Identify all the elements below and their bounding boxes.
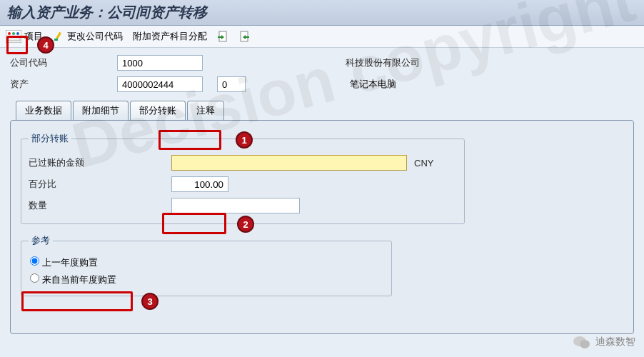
toolbar: 项目 更改公司代码 附加资产科目分配: [0, 26, 644, 48]
multi-asset-label: 项目: [24, 30, 43, 43]
posted-amount-label: 已过账的金额: [29, 156, 171, 169]
asset-subnumber-input[interactable]: [217, 76, 246, 92]
company-name-text: 科技股份有限公司: [346, 56, 634, 69]
ref-current-year-label: 来自当前年度购置: [42, 274, 116, 285]
percent-input[interactable]: [171, 176, 228, 192]
posted-amount-input[interactable]: [171, 155, 407, 171]
multi-asset-icon: [6, 30, 21, 43]
doc-export-icon: [238, 31, 250, 43]
change-company-label: 更改公司代码: [67, 30, 123, 43]
header-fields: 公司代码 科技股份有限公司 资产 笔记本电脑: [0, 48, 644, 101]
asset-desc-text: 笔记本电脑: [346, 78, 634, 91]
svg-rect-6: [54, 39, 58, 41]
multi-asset-button[interactable]: 项目: [6, 30, 43, 43]
ref-prev-year-label: 上一年度购置: [42, 257, 98, 268]
window-title: 输入资产业务：公司间资产转移: [0, 0, 644, 26]
pencil-icon: [53, 31, 64, 43]
tab-panel-partial-transfer: 部分转账 已过账的金额 CNY 百分比 数量 参考 上: [10, 120, 634, 334]
footer-brand-text: 迪森数智: [595, 336, 635, 348]
svg-rect-5: [56, 32, 61, 39]
company-code-input[interactable]: [117, 55, 203, 71]
asset-label: 资产: [10, 78, 117, 91]
svg-point-2: [12, 32, 15, 35]
ref-prev-year-option[interactable]: 上一年度购置: [29, 254, 384, 271]
doc-export-button[interactable]: [238, 31, 250, 43]
quantity-label: 数量: [29, 199, 171, 212]
ref-current-year-option[interactable]: 来自当前年度购置: [29, 271, 384, 288]
ref-prev-year-radio[interactable]: [30, 256, 39, 266]
partial-transfer-group-title: 部分转账: [29, 132, 71, 145]
svg-point-1: [8, 32, 11, 35]
footer-brand: 迪森数智: [573, 334, 635, 350]
reference-group-title: 参考: [29, 234, 53, 247]
tab-partial-transfer[interactable]: 部分转账: [130, 101, 186, 120]
tab-notes[interactable]: 注释: [187, 101, 224, 120]
tabs: 业务数据 附加细节 部分转账 注释: [16, 101, 634, 120]
doc-import-button[interactable]: [217, 31, 228, 43]
asset-account-label: 附加资产科目分配: [133, 30, 207, 43]
wechat-icon: [573, 334, 591, 350]
tab-business-data[interactable]: 业务数据: [16, 101, 71, 120]
svg-rect-4: [7, 37, 20, 41]
svg-point-10: [580, 340, 590, 348]
asset-account-button[interactable]: 附加资产科目分配: [133, 30, 207, 43]
svg-point-3: [16, 32, 19, 35]
currency-label: CNY: [414, 158, 457, 169]
reference-group: 参考 上一年度购置 来自当前年度购置: [21, 234, 392, 296]
ref-current-year-radio[interactable]: [30, 273, 39, 283]
partial-transfer-group: 部分转账 已过账的金额 CNY 百分比 数量: [21, 132, 465, 224]
tab-additional-details[interactable]: 附加细节: [73, 101, 129, 120]
percent-label: 百分比: [29, 178, 171, 191]
company-code-label: 公司代码: [10, 56, 117, 69]
doc-import-icon: [217, 31, 228, 43]
quantity-input[interactable]: [171, 198, 300, 213]
change-company-button[interactable]: 更改公司代码: [53, 30, 123, 43]
asset-input[interactable]: [117, 76, 203, 92]
